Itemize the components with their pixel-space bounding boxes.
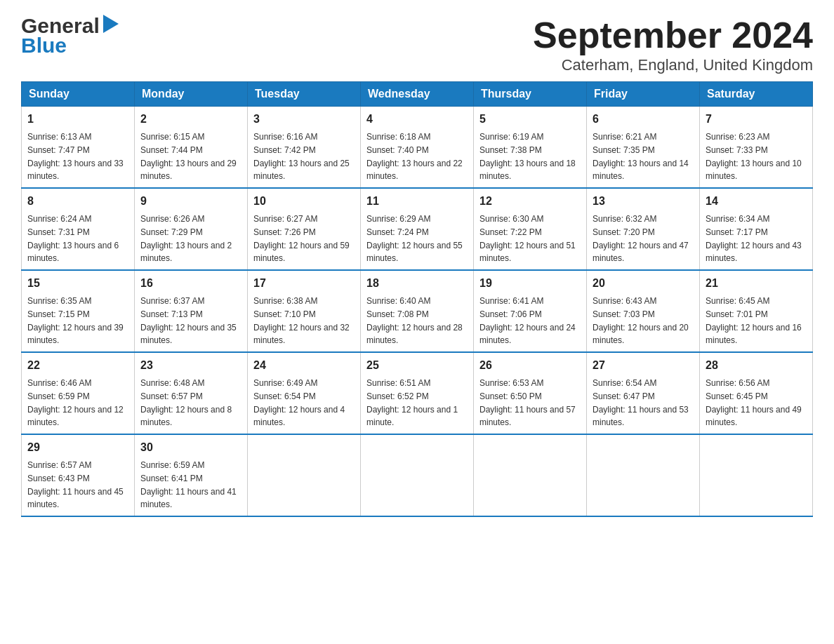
- day-number: 25: [366, 357, 468, 374]
- day-number: 24: [253, 357, 355, 374]
- calendar-subtitle: Caterham, England, United Kingdom: [533, 56, 813, 74]
- table-row: [248, 434, 361, 516]
- table-row: 24 Sunrise: 6:49 AMSunset: 6:54 PMDaylig…: [248, 352, 361, 434]
- day-number: 30: [140, 439, 241, 456]
- calendar-header-row: Sunday Monday Tuesday Wednesday Thursday…: [22, 82, 813, 107]
- table-row: 28 Sunrise: 6:56 AMSunset: 6:45 PMDaylig…: [700, 352, 813, 434]
- day-number: 19: [479, 275, 581, 292]
- day-number: 29: [27, 439, 128, 456]
- day-info: Sunrise: 6:43 AMSunset: 7:03 PMDaylight:…: [593, 296, 689, 345]
- day-info: Sunrise: 6:51 AMSunset: 6:52 PMDaylight:…: [366, 378, 458, 427]
- day-number: 28: [706, 357, 807, 374]
- day-number: 13: [593, 193, 694, 210]
- header-tuesday: Tuesday: [248, 82, 361, 107]
- day-info: Sunrise: 6:30 AMSunset: 7:22 PMDaylight:…: [479, 214, 576, 263]
- table-row: 29 Sunrise: 6:57 AMSunset: 6:43 PMDaylig…: [22, 434, 135, 516]
- day-info: Sunrise: 6:13 AMSunset: 7:47 PMDaylight:…: [27, 132, 124, 181]
- day-number: 10: [253, 193, 355, 210]
- table-row: 2 Sunrise: 6:15 AMSunset: 7:44 PMDayligh…: [135, 107, 248, 189]
- day-info: Sunrise: 6:32 AMSunset: 7:20 PMDaylight:…: [593, 214, 689, 263]
- logo-triangle-shape: [103, 15, 119, 36]
- day-info: Sunrise: 6:34 AMSunset: 7:17 PMDaylight:…: [706, 214, 802, 263]
- day-number: 8: [27, 193, 128, 210]
- day-info: Sunrise: 6:59 AMSunset: 6:41 PMDaylight:…: [140, 460, 237, 509]
- table-row: 16 Sunrise: 6:37 AMSunset: 7:13 PMDaylig…: [135, 270, 248, 352]
- table-row: [361, 434, 474, 516]
- svg-marker-0: [103, 15, 119, 33]
- table-row: 11 Sunrise: 6:29 AMSunset: 7:24 PMDaylig…: [361, 188, 474, 270]
- table-row: [587, 434, 700, 516]
- day-number: 26: [479, 357, 581, 374]
- day-info: Sunrise: 6:19 AMSunset: 7:38 PMDaylight:…: [479, 132, 576, 181]
- table-row: 13 Sunrise: 6:32 AMSunset: 7:20 PMDaylig…: [587, 188, 700, 270]
- header-saturday: Saturday: [700, 82, 813, 107]
- day-info: Sunrise: 6:29 AMSunset: 7:24 PMDaylight:…: [366, 214, 463, 263]
- table-row: 14 Sunrise: 6:34 AMSunset: 7:17 PMDaylig…: [700, 188, 813, 270]
- calendar-title: September 2024: [533, 14, 813, 56]
- table-row: 4 Sunrise: 6:18 AMSunset: 7:40 PMDayligh…: [361, 107, 474, 189]
- day-info: Sunrise: 6:49 AMSunset: 6:54 PMDaylight:…: [253, 378, 345, 427]
- table-row: 10 Sunrise: 6:27 AMSunset: 7:26 PMDaylig…: [248, 188, 361, 270]
- calendar-week-5: 29 Sunrise: 6:57 AMSunset: 6:43 PMDaylig…: [22, 434, 813, 516]
- day-number: 1: [27, 111, 128, 128]
- logo: General Blue: [21, 14, 119, 58]
- table-row: 15 Sunrise: 6:35 AMSunset: 7:15 PMDaylig…: [22, 270, 135, 352]
- table-row: 9 Sunrise: 6:26 AMSunset: 7:29 PMDayligh…: [135, 188, 248, 270]
- day-info: Sunrise: 6:46 AMSunset: 6:59 PMDaylight:…: [27, 378, 124, 427]
- table-row: 21 Sunrise: 6:45 AMSunset: 7:01 PMDaylig…: [700, 270, 813, 352]
- calendar-week-3: 15 Sunrise: 6:35 AMSunset: 7:15 PMDaylig…: [22, 270, 813, 352]
- calendar-week-1: 1 Sunrise: 6:13 AMSunset: 7:47 PMDayligh…: [22, 107, 813, 189]
- day-number: 14: [706, 193, 807, 210]
- logo-blue-text: Blue: [21, 34, 67, 58]
- table-row: 22 Sunrise: 6:46 AMSunset: 6:59 PMDaylig…: [22, 352, 135, 434]
- header-sunday: Sunday: [22, 82, 135, 107]
- day-number: 3: [253, 111, 355, 128]
- table-row: 17 Sunrise: 6:38 AMSunset: 7:10 PMDaylig…: [248, 270, 361, 352]
- table-row: 7 Sunrise: 6:23 AMSunset: 7:33 PMDayligh…: [700, 107, 813, 189]
- day-info: Sunrise: 6:15 AMSunset: 7:44 PMDaylight:…: [140, 132, 237, 181]
- day-number: 21: [706, 275, 807, 292]
- table-row: 3 Sunrise: 6:16 AMSunset: 7:42 PMDayligh…: [248, 107, 361, 189]
- calendar-title-block: September 2024 Caterham, England, United…: [533, 14, 813, 74]
- table-row: [474, 434, 587, 516]
- day-info: Sunrise: 6:45 AMSunset: 7:01 PMDaylight:…: [706, 296, 802, 345]
- day-info: Sunrise: 6:23 AMSunset: 7:33 PMDaylight:…: [706, 132, 802, 181]
- day-info: Sunrise: 6:24 AMSunset: 7:31 PMDaylight:…: [27, 214, 119, 263]
- page-header: General Blue September 2024 Caterham, En…: [21, 14, 813, 74]
- day-number: 4: [366, 111, 468, 128]
- day-number: 17: [253, 275, 355, 292]
- day-info: Sunrise: 6:38 AMSunset: 7:10 PMDaylight:…: [253, 296, 350, 345]
- day-number: 2: [140, 111, 241, 128]
- day-number: 6: [593, 111, 694, 128]
- table-row: 18 Sunrise: 6:40 AMSunset: 7:08 PMDaylig…: [361, 270, 474, 352]
- table-row: 19 Sunrise: 6:41 AMSunset: 7:06 PMDaylig…: [474, 270, 587, 352]
- table-row: 6 Sunrise: 6:21 AMSunset: 7:35 PMDayligh…: [587, 107, 700, 189]
- table-row: 26 Sunrise: 6:53 AMSunset: 6:50 PMDaylig…: [474, 352, 587, 434]
- day-number: 18: [366, 275, 468, 292]
- day-info: Sunrise: 6:57 AMSunset: 6:43 PMDaylight:…: [27, 460, 124, 509]
- table-row: 25 Sunrise: 6:51 AMSunset: 6:52 PMDaylig…: [361, 352, 474, 434]
- day-number: 7: [706, 111, 807, 128]
- day-info: Sunrise: 6:35 AMSunset: 7:15 PMDaylight:…: [27, 296, 124, 345]
- day-number: 16: [140, 275, 241, 292]
- day-number: 11: [366, 193, 468, 210]
- day-info: Sunrise: 6:21 AMSunset: 7:35 PMDaylight:…: [593, 132, 689, 181]
- header-friday: Friday: [587, 82, 700, 107]
- day-info: Sunrise: 6:53 AMSunset: 6:50 PMDaylight:…: [479, 378, 576, 427]
- day-info: Sunrise: 6:41 AMSunset: 7:06 PMDaylight:…: [479, 296, 576, 345]
- table-row: [700, 434, 813, 516]
- day-number: 9: [140, 193, 241, 210]
- day-info: Sunrise: 6:16 AMSunset: 7:42 PMDaylight:…: [253, 132, 350, 181]
- day-info: Sunrise: 6:37 AMSunset: 7:13 PMDaylight:…: [140, 296, 237, 345]
- day-info: Sunrise: 6:40 AMSunset: 7:08 PMDaylight:…: [366, 296, 463, 345]
- day-info: Sunrise: 6:54 AMSunset: 6:47 PMDaylight:…: [593, 378, 689, 427]
- table-row: 23 Sunrise: 6:48 AMSunset: 6:57 PMDaylig…: [135, 352, 248, 434]
- day-info: Sunrise: 6:56 AMSunset: 6:45 PMDaylight:…: [706, 378, 802, 427]
- table-row: 5 Sunrise: 6:19 AMSunset: 7:38 PMDayligh…: [474, 107, 587, 189]
- table-row: 12 Sunrise: 6:30 AMSunset: 7:22 PMDaylig…: [474, 188, 587, 270]
- header-wednesday: Wednesday: [361, 82, 474, 107]
- day-info: Sunrise: 6:18 AMSunset: 7:40 PMDaylight:…: [366, 132, 463, 181]
- calendar-table: Sunday Monday Tuesday Wednesday Thursday…: [21, 81, 813, 517]
- table-row: 8 Sunrise: 6:24 AMSunset: 7:31 PMDayligh…: [22, 188, 135, 270]
- day-number: 27: [593, 357, 694, 374]
